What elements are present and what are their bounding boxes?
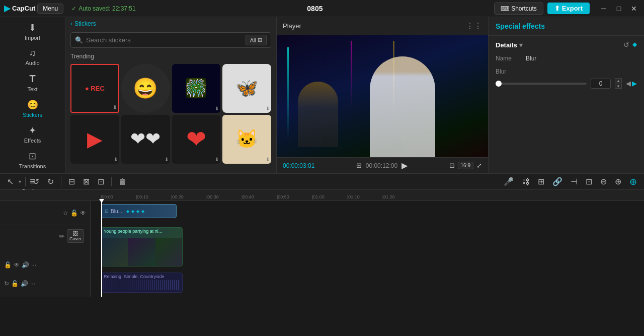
- sticker-item-youtube[interactable]: ▶ ⬇: [70, 115, 119, 164]
- breadcrumb: › Stickers: [65, 17, 276, 30]
- ruler-mark-6: |01:00: [312, 194, 325, 199]
- ruler-mark-8: |01:20: [382, 194, 395, 199]
- zoom-in-button[interactable]: ⊕: [612, 175, 624, 188]
- menu-button[interactable]: Menu: [37, 4, 63, 14]
- sidebar-item-import[interactable]: ⬇ Import: [0, 19, 65, 44]
- text-label: Text: [27, 86, 37, 92]
- track-volume-video-button[interactable]: 🔊: [22, 261, 29, 268]
- zoom-out-button[interactable]: ⊖: [597, 175, 610, 188]
- blur-slider[interactable]: [496, 83, 587, 85]
- player-menu-button[interactable]: ⋮⋮: [466, 21, 482, 31]
- toolbar-separator-2: [61, 177, 61, 186]
- screenshot-button[interactable]: ⊡: [449, 162, 455, 169]
- close-button[interactable]: ✕: [628, 3, 640, 15]
- select-dropdown-icon: ▾: [19, 179, 21, 184]
- sidebar-item-audio[interactable]: ♫ Audio: [0, 45, 65, 69]
- top-bar: ▶ CapCut Menu ✓ Auto saved: 22:37:51 080…: [0, 0, 644, 17]
- ruler-mark-2: |00:20: [171, 194, 184, 199]
- track-eye-button[interactable]: 👁: [80, 210, 86, 217]
- split-forward-button[interactable]: ⊡: [95, 175, 107, 188]
- blur-decrement-button[interactable]: ▼: [615, 84, 622, 89]
- undo-button[interactable]: ↺: [30, 175, 42, 188]
- right-panel-header: Special effects: [489, 17, 644, 36]
- blur-row: ▲ ▼ ◀ ▶: [496, 78, 637, 89]
- track-star-button[interactable]: ☆: [63, 210, 68, 217]
- group-button[interactable]: ⊞: [535, 175, 547, 188]
- sticker-item-firework[interactable]: 🎆 ⬇: [172, 64, 221, 113]
- sticker-item-rec[interactable]: ● REC ⬇: [70, 64, 119, 113]
- delete-button[interactable]: 🗑: [116, 176, 130, 188]
- diamond-2: ◆: [131, 209, 134, 214]
- grid-view-button[interactable]: ⊞: [356, 162, 362, 169]
- diamond-icon: ◆: [632, 41, 637, 49]
- play-button[interactable]: ▶: [401, 161, 408, 170]
- ruler-mark-3: |00:30: [206, 194, 219, 199]
- track-lock-audio-button[interactable]: 🔓: [11, 280, 19, 287]
- fullscreen-button[interactable]: ⤢: [476, 162, 482, 169]
- split-audio-video-button[interactable]: ⊟: [65, 175, 78, 188]
- aspect-ratio-badge: 16:9: [458, 162, 473, 169]
- diamond-1: ◆: [126, 209, 129, 214]
- sticker-grid: ● REC ⬇ 😄 ⬇ 🎆 ⬇ 🦋 ⬇ ▶ ⬇ ❤❤ ⬇: [65, 62, 276, 166]
- blur-effect-clip[interactable]: ⊡ Blu... ◆ ◆ ◆ ◆: [101, 204, 177, 218]
- track-more-audio-button[interactable]: ···: [30, 280, 35, 287]
- player-video: [277, 35, 488, 157]
- track-more-video-button[interactable]: ···: [31, 261, 36, 268]
- download-icon: ⬇: [215, 106, 219, 111]
- blur-label: Blur: [496, 68, 637, 75]
- blur-value-input[interactable]: [591, 79, 611, 89]
- reset-button[interactable]: ↺: [623, 41, 629, 49]
- audio-label: Audio: [25, 60, 39, 66]
- sidebar-item-transitions[interactable]: ⊡ Transitions: [0, 148, 65, 172]
- details-section: Details ▾ ↺ ◆ Name Blur Blur: [489, 36, 644, 94]
- split-button[interactable]: ⊣: [568, 175, 581, 188]
- track-volume-audio-button[interactable]: 🔊: [21, 280, 28, 287]
- player-controls: 00:00:03:01 ⊞ 00:00:12:00 ▶ ⊡ 16:9 ⤢: [277, 157, 488, 173]
- name-value: Blur: [526, 55, 536, 62]
- blur-increment-button[interactable]: ▲: [615, 78, 622, 83]
- sidebar-item-stickers[interactable]: 😊 Stickers: [0, 96, 65, 121]
- track-eye-video-button[interactable]: 👁: [14, 261, 20, 268]
- player-area: Player ⋮⋮ 00:00:03:01 ⊞ 00:00:12:00 ▶: [277, 17, 488, 173]
- redo-button[interactable]: ↻: [44, 175, 57, 188]
- sticker-item-cat[interactable]: 🐱 ⬇: [222, 115, 271, 164]
- prev-color-button[interactable]: ◀: [626, 80, 631, 87]
- time-total: 00:00:12:00: [366, 162, 397, 169]
- minimize-button[interactable]: ─: [598, 3, 610, 15]
- shortcuts-button[interactable]: ⌨ Shortcuts: [494, 3, 543, 15]
- sticker-item-hearts[interactable]: ❤❤ ⬇: [121, 115, 170, 164]
- link-button[interactable]: ⛓: [519, 176, 533, 188]
- next-color-button[interactable]: ▶: [632, 80, 637, 87]
- sidebar-item-effects[interactable]: ✦ Effects: [0, 122, 65, 147]
- download-icon: ⬇: [165, 157, 169, 162]
- sticker-item-butterfly[interactable]: 🦋 ⬇: [222, 64, 271, 113]
- transitions-icon: ⊡: [29, 151, 36, 162]
- cover-button[interactable]: 🖼 Cover: [67, 229, 84, 243]
- export-button[interactable]: ⬆ Export: [547, 3, 590, 14]
- track-loop-button[interactable]: ↻: [4, 280, 9, 287]
- timeline-toolbar: ↖ ▾ ↺ ↻ ⊟ ⊠ ⊡ 🗑 🎤 ⛓ ⊞ 🔗 ⊣ ⊡ ⊖ ⊕ ⊕: [0, 173, 644, 190]
- maximize-button[interactable]: □: [613, 3, 625, 15]
- sticker-item-haha[interactable]: 😄 ⬇: [121, 64, 170, 113]
- track-video-edit-button[interactable]: ✏: [59, 229, 65, 243]
- logo-icon: ▶: [4, 4, 10, 13]
- picture-in-picture-button[interactable]: ⊡: [583, 175, 595, 188]
- track-lock-video-button[interactable]: 🔓: [4, 261, 12, 268]
- select-tool-button[interactable]: ↖: [4, 175, 17, 188]
- download-icon: ⬇: [266, 157, 270, 162]
- track-timeline-video: Young people partying at ni...: [91, 225, 644, 271]
- sidebar-item-text[interactable]: T Text: [0, 70, 65, 95]
- video-clip[interactable]: Young people partying at ni...: [101, 227, 183, 266]
- ungroup-button[interactable]: 🔗: [549, 175, 566, 188]
- sticker-item-heart-big[interactable]: ❤ ⬇: [172, 115, 221, 164]
- filter-button[interactable]: All ⊞: [246, 35, 267, 45]
- add-track-button[interactable]: ⊕: [626, 175, 640, 189]
- search-input[interactable]: [86, 36, 243, 44]
- ruler-mark-1: |00:10: [136, 194, 148, 199]
- track-lock-button[interactable]: 🔓: [70, 210, 78, 217]
- audio-clip[interactable]: Relaxing, Simple, Countryside: [101, 273, 183, 293]
- player-title: Player: [283, 22, 301, 30]
- split-at-playhead-button[interactable]: ⊠: [80, 175, 93, 188]
- record-audio-button[interactable]: 🎤: [501, 175, 517, 188]
- download-icon: ⬇: [114, 157, 118, 162]
